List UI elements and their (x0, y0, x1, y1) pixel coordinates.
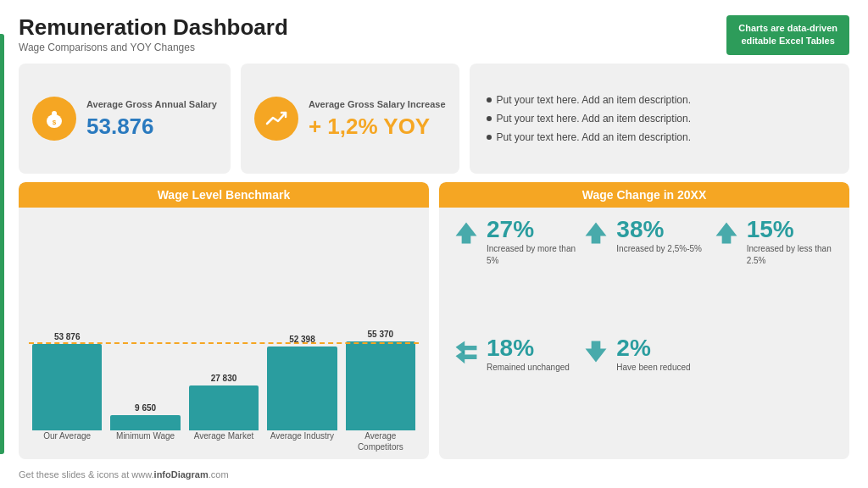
kpi2-label: Average Gross Salary Increase (309, 98, 446, 110)
footer: Get these slides & icons at www.infoDiag… (19, 468, 849, 480)
wage-desc-2: Increased by less than 2.5% (747, 243, 836, 267)
x-labels-row: Our AverageMinimum WageAverage MarketAve… (29, 430, 419, 452)
wage-pct-4: 2% (616, 336, 690, 360)
bars-container: 53 876 9 650 27 830 52 398 55 370 (29, 216, 419, 430)
bullet-dot-1 (487, 97, 492, 103)
x-label-4: Average Competitors (346, 430, 415, 452)
kpi1-text: Average Gross Annual Salary 53.876 (86, 98, 217, 138)
svg-marker-6 (456, 341, 477, 355)
wage-arrow-4 (582, 338, 609, 369)
bar-0 (32, 344, 102, 430)
left-accent-bar (0, 34, 4, 454)
wage-item-1: 38% Increased by 2,5%-5% (582, 218, 705, 330)
svg-marker-8 (586, 341, 607, 363)
wage-item-2: 15% Increased by less than 2.5% (713, 218, 836, 330)
svg-marker-4 (586, 222, 607, 243)
wage-arrow-3 (453, 338, 480, 369)
bullet-item-2: Put your text here. Add an item descript… (487, 113, 832, 125)
bottom-row: Wage Level Benchmark 53 876 9 650 27 830… (19, 182, 849, 459)
wage-change-card: Wage Change in 20XX 27% Increased by mor… (439, 182, 849, 459)
wage-pct-2: 15% (747, 218, 836, 241)
benchmark-card: Wage Level Benchmark 53 876 9 650 27 830… (19, 182, 429, 459)
bar-label-0: 53 876 (54, 332, 81, 341)
svg-text:$: $ (53, 119, 57, 126)
bar-label-2: 27 830 (211, 374, 237, 383)
bar-2 (189, 385, 259, 430)
wage-pct-1: 38% (616, 218, 702, 241)
bar-3 (267, 347, 337, 430)
wage-arrow-1 (582, 219, 609, 250)
wage-text-4: 2% Have been reduced (616, 336, 690, 374)
benchmark-body: 53 876 9 650 27 830 52 398 55 370 Our Av… (19, 208, 429, 459)
header-titles: Remuneration Dashboard Wage Comparisons … (19, 15, 288, 53)
wage-text-1: 38% Increased by 2,5%-5% (616, 218, 702, 255)
wage-desc-1: Increased by 2,5%-5% (616, 243, 702, 255)
kpi1-value: 53.876 (86, 114, 217, 139)
page-subtitle: Wage Comparisons and YOY Changes (19, 42, 288, 53)
kpi-salary-increase: Average Gross Salary Increase + 1,2% YOY (241, 64, 459, 174)
increase-icon-circle (254, 97, 298, 141)
wage-item-3: 18% Remained unchanged (453, 336, 576, 449)
excel-badge: Charts are data-driven editable Excel Ta… (726, 15, 849, 55)
bar-group-3: 52 398 (267, 335, 337, 430)
wage-pct-0: 27% (487, 218, 576, 241)
page-title: Remuneration Dashboard (19, 15, 288, 40)
bullet-text-2: Put your text here. Add an item descript… (497, 113, 691, 125)
kpi-annual-salary: $ Average Gross Annual Salary 53.876 (19, 64, 231, 174)
chart-up-icon (264, 107, 288, 130)
wage-body: 27% Increased by more than 5% 38% Increa… (439, 208, 849, 459)
wage-text-3: 18% Remained unchanged (487, 336, 570, 374)
bullet-dot-3 (487, 135, 492, 140)
up-arrow-icon (582, 219, 609, 247)
wage-text-0: 27% Increased by more than 5% (487, 218, 576, 267)
x-label-1: Minimum Wage (110, 430, 180, 452)
bar-1 (110, 415, 180, 430)
bar-group-2: 27 830 (189, 374, 259, 430)
bullet-item-3: Put your text here. Add an item descript… (487, 131, 832, 143)
wage-item-4: 2% Have been reduced (582, 336, 705, 449)
badge-line1: Charts are data-driven (738, 23, 837, 33)
x-label-2: Average Market (189, 430, 259, 452)
svg-marker-7 (456, 351, 477, 364)
bar-4 (346, 341, 415, 430)
wage-text-2: 15% Increased by less than 2.5% (747, 218, 836, 267)
bar-label-3: 52 398 (289, 335, 315, 344)
bullet-item-1: Put your text here. Add an item descript… (487, 94, 832, 106)
wage-desc-0: Increased by more than 5% (487, 243, 576, 267)
kpi2-text: Average Gross Salary Increase + 1,2% YOY (309, 98, 446, 138)
bar-chart-area: 53 876 9 650 27 830 52 398 55 370 Our Av… (29, 216, 419, 452)
wage-arrow-2 (713, 219, 740, 250)
bullet-text-1: Put your text here. Add an item descript… (497, 94, 691, 106)
wage-desc-3: Remained unchanged (487, 362, 570, 374)
kpi2-value: + 1,2% YOY (309, 114, 446, 139)
salary-icon-circle: $ (32, 97, 76, 141)
header: Remuneration Dashboard Wage Comparisons … (19, 15, 849, 55)
wage-arrow-0 (453, 219, 480, 250)
wage-change-header: Wage Change in 20XX (439, 182, 849, 208)
bar-label-4: 55 370 (368, 330, 394, 339)
down-arrow-icon (582, 338, 609, 365)
money-bag-icon: $ (42, 107, 66, 130)
up-arrow-icon (453, 219, 480, 247)
footer-text: Get these slides & icons at www.infoDiag… (19, 469, 229, 480)
svg-point-1 (52, 111, 57, 116)
badge-line2: editable Excel Tables (741, 36, 834, 46)
side-arrow-icon (453, 338, 480, 365)
up-arrow-icon (713, 219, 740, 247)
svg-marker-5 (715, 222, 737, 243)
benchmark-header: Wage Level Benchmark (19, 182, 429, 208)
bullet-dot-2 (487, 116, 492, 121)
wage-desc-4: Have been reduced (616, 362, 690, 374)
x-label-3: Average Industry (267, 430, 337, 452)
bar-group-1: 9 650 (110, 403, 180, 430)
bullet-text-3: Put your text here. Add an item descript… (497, 131, 691, 143)
bar-group-4: 55 370 (346, 330, 415, 430)
svg-marker-3 (456, 222, 477, 243)
top-row: $ Average Gross Annual Salary 53.876 Ave… (19, 64, 849, 174)
kpi1-label: Average Gross Annual Salary (86, 98, 217, 110)
bar-label-1: 9 650 (135, 403, 156, 413)
wage-pct-3: 18% (487, 336, 570, 360)
page: Remuneration Dashboard Wage Comparisons … (0, 0, 868, 488)
bullet-card: Put your text here. Add an item descript… (470, 64, 849, 174)
bar-group-0: 53 876 (32, 332, 102, 430)
